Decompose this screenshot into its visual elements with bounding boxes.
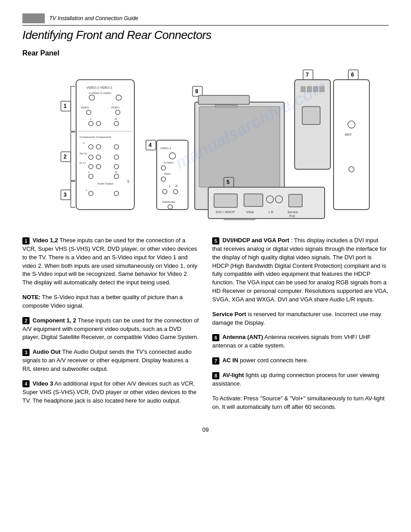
note-label: NOTE:	[22, 294, 40, 300]
item-antenna-text: 6 Antenna (ANT) Antenna receives signals…	[212, 333, 389, 350]
svg-text:9: 9	[127, 179, 129, 184]
svg-text:Port: Port	[289, 215, 295, 218]
svg-point-3	[89, 95, 94, 100]
svg-text:Video: Video	[164, 172, 171, 175]
svg-text:Audio Output: Audio Output	[98, 182, 113, 185]
rear-panel-diagram: VIDEO-2 VIDEO-1 S-VIDEO S-VIDEO VIDEO VI…	[22, 62, 389, 227]
svg-rect-99	[302, 107, 320, 124]
item-video3: 4 Video 3 An additional input for other …	[22, 380, 199, 405]
header-title: TV Installation and Connection Guide	[49, 15, 138, 21]
svg-point-31	[114, 174, 119, 179]
svg-point-7	[86, 110, 91, 115]
svg-text:4: 4	[149, 142, 152, 148]
svg-text:5: 5	[227, 179, 230, 185]
svg-text:8: 8	[195, 88, 198, 94]
svg-text:R: R	[176, 184, 178, 188]
svg-text:Pb Cb: Pb Cb	[80, 152, 87, 155]
page-title: Identifying Front and Rear Connectors	[22, 28, 389, 42]
svg-rect-0	[76, 80, 134, 210]
item-avlight-text: 8 AV-light lights up during connection p…	[212, 371, 389, 388]
item-component12: 2 Component 1, 2 These inputs can be use…	[22, 317, 199, 342]
svg-point-60	[163, 189, 167, 194]
svg-point-30	[89, 174, 93, 179]
svg-text:DVI / HDCP: DVI / HDCP	[216, 210, 235, 214]
item-video12: 1 Video 1,2 These inputs can be used for…	[22, 236, 199, 287]
svg-text:L: L	[86, 189, 88, 191]
item-video12-heading: Video 1,2	[33, 237, 58, 244]
badge-3: 3	[22, 349, 30, 356]
svg-point-19	[114, 145, 119, 149]
svg-point-62	[173, 189, 178, 194]
badge-7: 7	[212, 357, 219, 365]
svg-point-11	[89, 121, 93, 126]
svg-point-27	[114, 164, 119, 169]
item-acin-body: power cord connects here.	[240, 357, 308, 364]
svg-text:3: 3	[64, 192, 67, 198]
svg-text:S-VIDEO   S-VIDEO: S-VIDEO S-VIDEO	[89, 92, 111, 94]
item-dvi-hdcp: 5 DVI/HDCP and VGA Port : This display i…	[212, 236, 389, 304]
svg-text:VIDEO-3: VIDEO-3	[160, 147, 171, 150]
svg-text:L    R: L R	[269, 210, 274, 214]
svg-point-35	[114, 191, 119, 196]
svg-point-21	[89, 155, 93, 159]
item-video3-text: 4 Video 3 An additional input for other …	[22, 380, 199, 405]
item-audioout-heading: Audio Out	[33, 348, 61, 355]
item-avlight: 8 AV-light lights up during connection p…	[212, 371, 389, 388]
svg-rect-73	[198, 95, 249, 104]
item-video12-body: These inputs can be used for the connect…	[22, 237, 197, 286]
item-note: NOTE: The S-Video input has a better qua…	[22, 293, 199, 310]
item-component12-heading: Component 1, 2	[33, 317, 77, 324]
svg-text:R: R	[115, 171, 117, 173]
svg-rect-76	[214, 194, 237, 207]
svg-point-4	[116, 95, 121, 100]
section-heading: Rear Panel	[22, 49, 389, 57]
svg-point-22	[96, 155, 101, 159]
page-number: 09	[22, 426, 389, 433]
svg-text:ANT: ANT	[345, 133, 352, 137]
svg-text:S-Video: S-Video	[164, 161, 174, 164]
svg-text:L: L	[89, 171, 90, 173]
badge-2: 2	[22, 317, 30, 324]
svg-text:SubWoofer: SubWoofer	[162, 201, 176, 203]
svg-point-56	[161, 166, 166, 170]
badge-1: 1	[22, 237, 30, 245]
item-service-port: Service Port is reserved for manufacture…	[212, 310, 389, 327]
svg-text:1: 1	[64, 103, 67, 109]
svg-point-26	[96, 164, 101, 169]
item-dvi-hdcp-text: 5 DVI/HDCP and VGA Port : This display i…	[212, 236, 389, 304]
item-video3-heading: Video 3	[33, 380, 53, 387]
svg-rect-78	[244, 194, 263, 206]
content-columns: 1 Video 1,2 These inputs can be used for…	[22, 236, 389, 417]
badge-5: 5	[212, 237, 219, 245]
svg-point-64	[168, 205, 172, 209]
item-avlight-activate-text: To Activate: Press "Source" & "Vol+" sim…	[212, 395, 389, 412]
svg-text:VGA: VGA	[246, 210, 254, 214]
item-video12-text: 1 Video 1,2 These inputs can be used for…	[22, 236, 199, 287]
svg-text:2: 2	[64, 154, 67, 160]
right-column: 5 DVI/HDCP and VGA Port : This display i…	[212, 236, 389, 417]
item-antenna-heading: Antenna (ANT)	[223, 334, 263, 340]
svg-point-13	[114, 121, 119, 126]
svg-point-34	[89, 191, 93, 196]
item-audioout-text: 3 Audio Out The Audio Output sends the T…	[22, 348, 199, 373]
svg-text:Pr Cr: Pr Cr	[80, 162, 86, 164]
svg-text:Component1   Component2: Component1 Component2	[80, 136, 111, 138]
item-avlight-activate: To Activate: Press "Source" & "Vol+" sim…	[212, 395, 389, 412]
svg-text:VIDEO: VIDEO	[81, 106, 89, 109]
svg-text:Y: Y	[83, 142, 85, 145]
diagram-svg: VIDEO-2 VIDEO-1 S-VIDEO S-VIDEO VIDEO VI…	[22, 62, 389, 227]
svg-point-58	[161, 177, 166, 181]
page: TV Installation and Connection Guide Ide…	[0, 0, 411, 532]
svg-text:L: L	[169, 184, 171, 188]
svg-point-12	[96, 121, 101, 126]
brand-logo	[22, 13, 45, 23]
svg-text:VIDEO-2   VIDEO-1: VIDEO-2 VIDEO-1	[86, 86, 112, 89]
svg-text:Service: Service	[287, 210, 298, 214]
item-avlight-heading: AV-light	[223, 372, 244, 378]
svg-point-8	[116, 110, 120, 115]
svg-point-89	[348, 121, 355, 128]
svg-text:R: R	[115, 118, 117, 120]
svg-point-23	[114, 155, 119, 159]
badge-8: 8	[212, 372, 219, 379]
svg-rect-83	[289, 194, 302, 207]
